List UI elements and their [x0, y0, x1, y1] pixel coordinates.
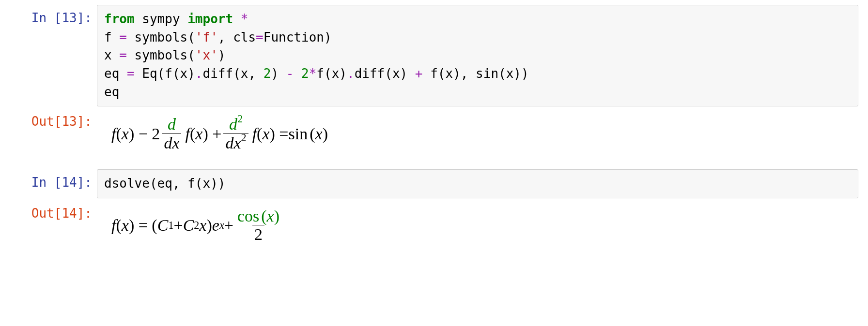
string: 'x' — [195, 48, 218, 62]
operator: * — [309, 66, 317, 81]
math-var: f — [111, 216, 116, 234]
math-fraction: d dx — [162, 115, 181, 152]
math-var: f — [111, 125, 116, 143]
operator: = — [127, 66, 135, 81]
math-sup: 2 — [237, 113, 243, 125]
code-block[interactable]: dsolve(eq, f(x)) — [104, 175, 851, 193]
code-text: f(x), sin(x)) — [423, 66, 529, 81]
math-var: C — [183, 216, 194, 234]
operator: . — [195, 66, 203, 81]
code-text: f(x) — [316, 66, 347, 81]
math-d: d — [225, 134, 233, 152]
math-paren: ( — [116, 125, 121, 143]
code-text — [294, 66, 301, 81]
math-var: x — [233, 134, 241, 152]
math-paren: ) — [206, 216, 212, 234]
math-d: d — [164, 134, 172, 152]
code-text: dsolve(eq, f(x)) — [104, 176, 225, 191]
math-var: x — [262, 125, 269, 143]
math-var: x — [122, 125, 129, 143]
keyword: from — [104, 12, 135, 26]
operator: . — [347, 66, 355, 81]
code-text: diff(x, — [203, 66, 264, 81]
math-var: C — [157, 216, 169, 234]
code-text: Function) — [264, 30, 332, 44]
operator: = — [119, 30, 127, 44]
operator: + — [415, 66, 423, 81]
math-sup: 2 — [241, 131, 247, 143]
math-var: f — [252, 125, 257, 143]
math-var: x — [122, 216, 129, 234]
code-text: eq — [104, 66, 127, 81]
operator: = — [119, 48, 127, 62]
math-d: d — [168, 115, 176, 133]
keyword: import — [187, 12, 233, 26]
math-output: f(x) = (C1 + C2x) ex + cos(x) 2 — [97, 200, 858, 251]
math-num: 2 — [254, 225, 263, 243]
module: sympy — [135, 12, 188, 26]
math-paren: ) — [274, 207, 279, 225]
math-paren: ( — [190, 125, 195, 143]
math-var: f — [186, 125, 190, 143]
code-input-area[interactable]: from sympy import * f = symbols('f', cls… — [97, 5, 858, 106]
code-text: , cls — [218, 30, 256, 44]
operator: - — [286, 66, 294, 81]
code-cell: In [13]: from sympy import * f = symbols… — [10, 5, 858, 106]
math-fraction: d2 dx2 — [223, 115, 248, 152]
output-prompt: Out[13]: — [10, 108, 97, 133]
math-var: x — [199, 216, 206, 234]
math-op: + — [173, 216, 183, 234]
code-text: ) — [218, 48, 226, 62]
output-cell: Out[13]: f(x) − 2 d dx f(x) + d2 dx2 f(x… — [10, 108, 858, 159]
string: 'f' — [195, 30, 218, 44]
math-func: sin — [289, 125, 308, 143]
math-op: ) − 2 — [129, 125, 160, 143]
code-text: diff(x) — [355, 66, 415, 81]
math-op: + — [224, 216, 233, 234]
math-var: x — [267, 207, 274, 225]
math-paren: ( — [261, 207, 266, 225]
math-var: x — [172, 134, 179, 152]
math-paren: ) — [323, 125, 328, 143]
math-paren: ( — [310, 125, 315, 143]
input-prompt: In [14]: — [10, 169, 97, 194]
input-content: dsolve(eq, f(x)) — [97, 169, 858, 198]
code-text: x — [104, 48, 119, 62]
code-text: symbols( — [127, 30, 195, 44]
math-var: e — [212, 216, 219, 234]
math-d: d — [229, 115, 237, 133]
math-paren: ( — [116, 216, 121, 234]
math-op: ) = ( — [129, 216, 157, 234]
math-paren: ( — [257, 125, 262, 143]
math-op: ) = — [270, 125, 289, 143]
code-text: ) — [271, 66, 286, 81]
math-var: x — [195, 125, 202, 143]
code-block[interactable]: from sympy import * f = symbols('f', cls… — [104, 10, 851, 101]
input-content: from sympy import * f = symbols('f', cls… — [97, 5, 858, 106]
code-text: Eq(f(x) — [135, 66, 195, 81]
code-text: eq — [104, 85, 119, 99]
math-output: f(x) − 2 d dx f(x) + d2 dx2 f(x) = sin(x… — [97, 108, 858, 159]
code-input-area[interactable]: dsolve(eq, f(x)) — [97, 169, 858, 198]
output-content: f(x) − 2 d dx f(x) + d2 dx2 f(x) = sin(x… — [97, 108, 858, 159]
output-prompt: Out[14]: — [10, 200, 97, 225]
code-text: symbols( — [127, 48, 195, 62]
operator: = — [256, 30, 264, 44]
math-op: ) + — [202, 125, 221, 143]
output-content: f(x) = (C1 + C2x) ex + cos(x) 2 — [97, 200, 858, 251]
code-cell: In [14]: dsolve(eq, f(x)) — [10, 169, 858, 198]
math-func: cos — [237, 207, 259, 225]
input-prompt: In [13]: — [10, 5, 97, 30]
output-cell: Out[14]: f(x) = (C1 + C2x) ex + cos(x) 2 — [10, 200, 858, 251]
operator: * — [233, 12, 248, 26]
number: 2 — [264, 66, 271, 81]
code-text: f — [104, 30, 119, 44]
math-fraction: cos(x) 2 — [235, 207, 281, 244]
math-var: x — [315, 125, 323, 143]
number: 2 — [301, 66, 309, 81]
